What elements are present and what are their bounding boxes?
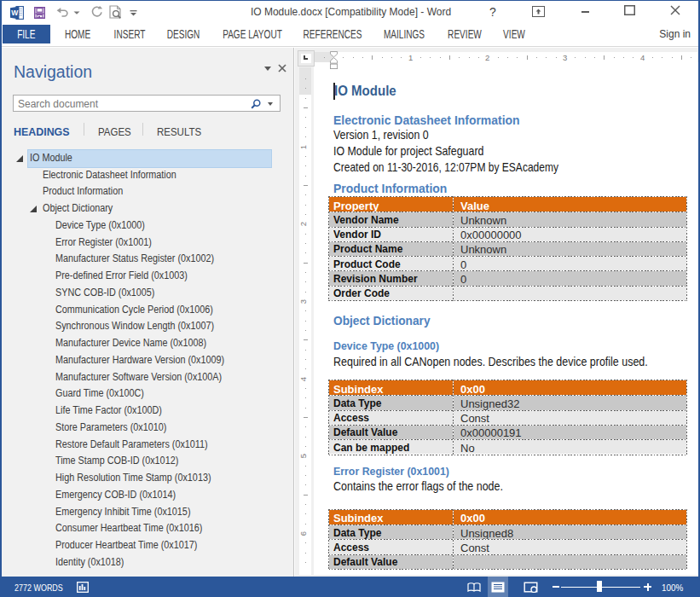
svg-text:W: W xyxy=(11,9,19,17)
